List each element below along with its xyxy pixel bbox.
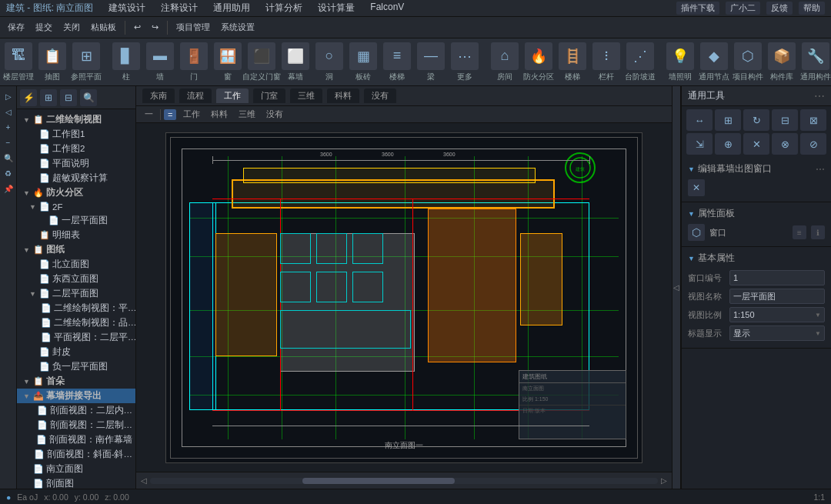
tool-more[interactable]: ⋯ 更多 bbox=[449, 42, 480, 82]
tree-item-section-2f-2[interactable]: 📄 剖面视图：二层制… bbox=[17, 418, 135, 432]
tree-item-east-west-elev[interactable]: 📄 东西立面图 bbox=[17, 272, 135, 286]
mini-btn-search[interactable]: 🔍 bbox=[2, 151, 15, 165]
tool-slab[interactable]: ▦ 板砖 bbox=[348, 42, 379, 82]
ref-plane-icon[interactable]: ⊞ bbox=[72, 42, 100, 70]
rt-btn-mirror[interactable]: ⊟ bbox=[772, 109, 798, 131]
tree-item-work2[interactable]: 📄 工作图2 bbox=[17, 142, 135, 156]
plugin-download-btn[interactable]: 插件下载 bbox=[676, 2, 719, 15]
tool-comp-lib[interactable]: 📦 构件库 bbox=[766, 42, 797, 82]
rt-btn-rotate[interactable]: ↻ bbox=[743, 109, 769, 131]
user-btn[interactable]: 广小二 bbox=[726, 2, 760, 15]
tree-item-section-slope[interactable]: 📄 剖面视图：斜面-斜… bbox=[17, 447, 135, 462]
sidebar-collapse-btn[interactable]: ⊟ bbox=[60, 89, 77, 106]
project-comp-icon[interactable]: ⬡ bbox=[734, 42, 762, 70]
mini-btn-zoom-in[interactable]: + bbox=[2, 120, 15, 134]
tool-beam[interactable]: — 梁 bbox=[416, 42, 446, 82]
project-mgr-btn[interactable]: 项目管理 bbox=[172, 20, 215, 35]
more-icon[interactable]: ⋯ bbox=[451, 42, 479, 70]
rt-btn-move[interactable]: ↔ bbox=[686, 109, 713, 131]
canvas-tab-6[interactable]: 科料 bbox=[327, 88, 359, 103]
room-icon[interactable]: ⌂ bbox=[491, 42, 519, 70]
rt-btn-scale[interactable]: ⇲ bbox=[686, 133, 713, 155]
ramp-icon[interactable]: ⋰ bbox=[626, 42, 654, 70]
view-btn-3d[interactable]: 三维 bbox=[235, 108, 259, 121]
tree-item-2d-view-2[interactable]: 📄 二维绘制视图：品… bbox=[17, 315, 135, 330]
undo-btn[interactable]: ↩ bbox=[129, 21, 145, 34]
tool-door[interactable]: 🚪 门 bbox=[179, 42, 209, 82]
paste-btn[interactable]: 粘贴板 bbox=[86, 20, 121, 35]
tree-item-section-2f-1[interactable]: 📄 剖面视图：二层内… bbox=[17, 403, 135, 418]
tool-wall[interactable]: ▬ 墙 bbox=[145, 42, 175, 82]
view-btn-work[interactable]: 工作 bbox=[179, 108, 204, 121]
tool-floor-mgr[interactable]: 🏗 楼层管理 bbox=[3, 42, 34, 82]
stair-icon[interactable]: ≡ bbox=[383, 42, 411, 70]
menu-architecture[interactable]: 建筑设计 bbox=[105, 0, 149, 16]
tree-item-south-elev[interactable]: 📄 南立面图 bbox=[17, 462, 135, 476]
prop-value-view-name[interactable]: 一层平面图 bbox=[729, 289, 825, 304]
door-icon[interactable]: 🚪 bbox=[180, 42, 208, 70]
tool-wall-light[interactable]: 💡 墙照明 bbox=[665, 42, 696, 82]
tool-stair[interactable]: ≡ 楼梯 bbox=[382, 42, 412, 82]
tree-container[interactable]: ▼ 📋 二维绘制视图 📄 工作图1 📄 工作图2 📄 平面说明 bbox=[17, 109, 135, 489]
mini-btn-pin[interactable]: 📌 bbox=[2, 182, 15, 195]
canvas-tab-1[interactable]: 东南 bbox=[142, 88, 175, 103]
prop-icon-arr[interactable]: ≡ bbox=[793, 225, 806, 239]
rt-btn-copy[interactable]: ⊞ bbox=[715, 109, 741, 131]
menu-quantity[interactable]: 设计算量 bbox=[315, 0, 358, 16]
floor-mgr-icon[interactable]: 🏗 bbox=[5, 42, 32, 70]
canvas-tab-2[interactable]: 流程 bbox=[179, 88, 212, 103]
help-btn[interactable]: 帮助 bbox=[799, 2, 825, 15]
canvas-tab-7[interactable]: 没有 bbox=[364, 88, 396, 103]
submit-btn[interactable]: 提交 bbox=[31, 20, 57, 35]
close-btn[interactable]: 关闭 bbox=[58, 20, 85, 35]
tool-common-node[interactable]: ◆ 通用节点 bbox=[699, 42, 729, 82]
tree-item-b1-plan[interactable]: 📄 负一层平面图 bbox=[17, 359, 135, 374]
view-btn-none[interactable]: 没有 bbox=[262, 108, 287, 121]
common-node-icon[interactable]: ◆ bbox=[700, 42, 728, 70]
prop-select-view-scale[interactable]: 1:150 ▼ bbox=[729, 307, 825, 322]
prop-select-title-display[interactable]: 显示 ▼ bbox=[729, 325, 825, 341]
right-collapse-handle[interactable]: ◁ bbox=[672, 86, 681, 489]
custom-dw-icon[interactable]: ⬛ bbox=[248, 42, 275, 70]
opening-icon[interactable]: ○ bbox=[315, 42, 343, 70]
tool-opening[interactable]: ○ 洞 bbox=[314, 42, 345, 82]
tool-room[interactable]: ⌂ 房间 bbox=[489, 42, 520, 82]
extract-icon[interactable]: 📋 bbox=[38, 42, 66, 70]
view-btn-material[interactable]: 科料 bbox=[207, 108, 232, 121]
tree-item-first-cluster[interactable]: ▼ 📋 首朵 bbox=[17, 374, 135, 389]
rt-btn-select[interactable]: ⊕ bbox=[715, 133, 741, 155]
tree-item-schedule[interactable]: 📋 明细表 bbox=[17, 228, 135, 242]
fire-zone-icon[interactable]: 🔥 bbox=[525, 42, 552, 70]
canvas-drawing-area[interactable]: 建筑 bbox=[136, 123, 672, 472]
rt-btn-group[interactable]: ⊗ bbox=[772, 133, 798, 155]
slab-icon[interactable]: ▦ bbox=[349, 42, 377, 70]
tool-column[interactable]: ▊ 柱 bbox=[111, 42, 142, 82]
tool-railing[interactable]: ⫶ 栏杆 bbox=[591, 42, 622, 82]
prop-icon-info[interactable]: ℹ bbox=[811, 225, 825, 239]
tree-item-section-south[interactable]: 📄 剖面视图：南作幕墙 bbox=[17, 432, 135, 447]
edit-window-header[interactable]: ▼ 编辑幕墙出图窗口 ⋯ bbox=[682, 161, 831, 177]
tool-extract[interactable]: 📋 抽图 bbox=[37, 42, 68, 82]
tree-item-drawings[interactable]: ▼ 📋 图纸 bbox=[17, 242, 135, 257]
tree-item-2f[interactable]: ▼ 📄 2F bbox=[17, 200, 135, 213]
tree-item-2f-plan[interactable]: ▼ 📄 二层平面图 bbox=[17, 286, 135, 301]
tree-item-curtain-export[interactable]: ▼ 📤 幕墙拼接导出 bbox=[17, 389, 135, 403]
right-panel-menu[interactable]: ⋯ bbox=[814, 90, 825, 102]
canvas-tab-3[interactable]: 工作 bbox=[216, 88, 249, 103]
basic-props-header[interactable]: ▼ 基本属性 bbox=[682, 250, 831, 266]
tree-item-floor1[interactable]: 📄 一层平面图 bbox=[17, 213, 135, 228]
common-comp-icon[interactable]: 🔧 bbox=[802, 42, 829, 70]
tool-curtain-wall[interactable]: ⬜ 幕墙 bbox=[280, 42, 311, 82]
wall-light-icon[interactable]: 💡 bbox=[666, 42, 694, 70]
tree-item-work1[interactable]: 📄 工作图1 bbox=[17, 127, 135, 142]
tool-fire-zone[interactable]: 🔥 防火分区 bbox=[523, 42, 554, 82]
column-icon[interactable]: ▊ bbox=[112, 42, 140, 70]
tool-stair2[interactable]: 🪜 楼梯 bbox=[557, 42, 588, 82]
stair2-icon[interactable]: 🪜 bbox=[559, 42, 586, 70]
rt-btn-array[interactable]: ⊠ bbox=[800, 109, 826, 131]
beam-icon[interactable]: — bbox=[417, 42, 445, 70]
tree-item-plan-view[interactable]: 📄 平面视图：二层平… bbox=[17, 330, 135, 345]
rt-btn-align[interactable]: ⊘ bbox=[800, 133, 826, 155]
tree-item-fire-zone[interactable]: ▼ 🔥 防火分区 bbox=[17, 185, 135, 200]
tree-item-2d-views[interactable]: ▼ 📋 二维绘制视图 bbox=[17, 112, 135, 127]
